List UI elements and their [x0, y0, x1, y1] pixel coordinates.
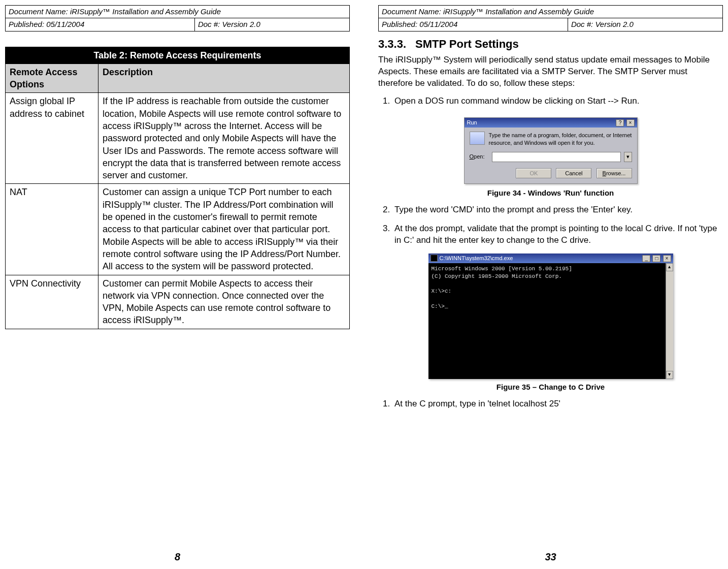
steps-list-1: Open a DOS run command window be clickin…: [378, 96, 723, 114]
section-number: 3.3.3.: [378, 38, 406, 50]
ok-button[interactable]: OK: [516, 168, 551, 178]
cmd-line: X:\>c:: [432, 288, 452, 294]
table-row: Assign global IP address to cabinet If t…: [6, 93, 350, 184]
table-row: VPN Connectivity Customer can permit Mob…: [6, 275, 350, 329]
run-body: Type the name of a program, folder, docu…: [465, 128, 637, 183]
steps-list-2: Type the word 'CMD' into the prompt and …: [378, 204, 723, 254]
cmd-title-text: C:\WINNT\system32\cmd.exe: [440, 255, 513, 262]
scroll-down-icon[interactable]: ▾: [666, 371, 673, 379]
scroll-up-icon[interactable]: ▴: [666, 263, 673, 271]
help-icon[interactable]: ?: [616, 119, 624, 127]
doc-published: Published: 05/11/2004: [6, 18, 195, 31]
doc-number: Doc #: Version 2.0: [194, 18, 349, 31]
col-header-description: Description: [98, 64, 350, 93]
cell-option: Assign global IP address to cabinet: [6, 93, 98, 184]
list-item: Open a DOS run command window be clickin…: [392, 96, 723, 107]
scrollbar[interactable]: ▴ ▾: [666, 263, 673, 379]
cell-option: NAT: [6, 184, 98, 275]
page-number: 33: [378, 545, 723, 564]
col-header-options: Remote Access Options: [6, 64, 98, 93]
run-message: Type the name of a program, folder, docu…: [489, 132, 632, 147]
section-title: SMTP Port Settings: [415, 38, 519, 50]
cmd-titlebar[interactable]: C:\WINNT\system32\cmd.exe _ □ ×: [428, 254, 673, 263]
open-input[interactable]: [492, 152, 621, 162]
doc-published: Published: 05/11/2004: [379, 18, 568, 31]
minimize-icon[interactable]: _: [642, 255, 650, 262]
doc-name: Document Name: iRISupply™ Installation a…: [6, 6, 350, 18]
close-icon[interactable]: ×: [663, 255, 671, 262]
page-spread: Document Name: iRISupply™ Installation a…: [0, 0, 728, 569]
close-icon[interactable]: ×: [626, 119, 635, 127]
open-label: Open:: [470, 153, 489, 161]
list-item: Type the word 'CMD' into the prompt and …: [392, 204, 723, 216]
table-row: NAT Customer can assign a unique TCP Por…: [6, 184, 350, 275]
page-number: 8: [5, 545, 350, 564]
doc-header-table: Document Name: iRISupply™ Installation a…: [378, 5, 723, 31]
section-heading: 3.3.3.SMTP Port Settings: [378, 37, 723, 52]
page-left: Document Name: iRISupply™ Installation a…: [0, 0, 364, 569]
cancel-button[interactable]: Cancel: [556, 168, 591, 178]
cmd-terminal[interactable]: Microsoft Windows 2000 [Version 5.00.219…: [428, 263, 666, 379]
figure-caption: Figure 35 – Change to C Drive: [378, 382, 723, 392]
run-titlebar[interactable]: Run ? ×: [465, 118, 637, 128]
cmd-window: C:\WINNT\system32\cmd.exe _ □ × Microsof…: [428, 254, 673, 379]
dropdown-icon[interactable]: ▾: [624, 152, 632, 162]
cell-description: Customer can assign a unique TCP Port nu…: [98, 184, 350, 275]
intro-paragraph: The iRISupply™ System will periodically …: [378, 54, 723, 89]
browse-button[interactable]: Browse...: [597, 168, 632, 178]
cell-description: If the IP address is reachable from outs…: [98, 93, 350, 184]
figure-caption: Figure 34 - Windows 'Run' function: [378, 188, 723, 198]
cell-option: VPN Connectivity: [6, 275, 98, 329]
doc-header-table: Document Name: iRISupply™ Installation a…: [5, 5, 350, 31]
run-dialog: Run ? × Type the name of a program, fold…: [464, 117, 638, 184]
table-title: Table 2: Remote Access Requirements: [6, 47, 350, 64]
cmd-line: C:\>_: [432, 303, 448, 309]
maximize-icon[interactable]: □: [652, 255, 660, 262]
list-item: At the C prompt, type in 'telnet localho…: [392, 398, 723, 410]
steps-list-3: At the C prompt, type in 'telnet localho…: [378, 398, 723, 417]
doc-number: Doc #: Version 2.0: [568, 18, 722, 31]
doc-name: Document Name: iRISupply™ Installation a…: [379, 6, 723, 18]
cmd-icon: [431, 255, 438, 262]
run-title-text: Run: [467, 119, 477, 127]
run-icon: [470, 132, 485, 145]
list-item: At the dos prompt, validate that the pro…: [392, 223, 723, 246]
cmd-line: (C) Copyright 1985-2000 Microsoft Corp.: [432, 273, 562, 279]
remote-access-table: Table 2: Remote Access Requirements Remo…: [5, 47, 350, 329]
cell-description: Customer can permit Mobile Aspects to ac…: [98, 275, 350, 329]
page-right: Document Name: iRISupply™ Installation a…: [364, 0, 728, 569]
cmd-line: Microsoft Windows 2000 [Version 5.00.219…: [432, 266, 572, 272]
